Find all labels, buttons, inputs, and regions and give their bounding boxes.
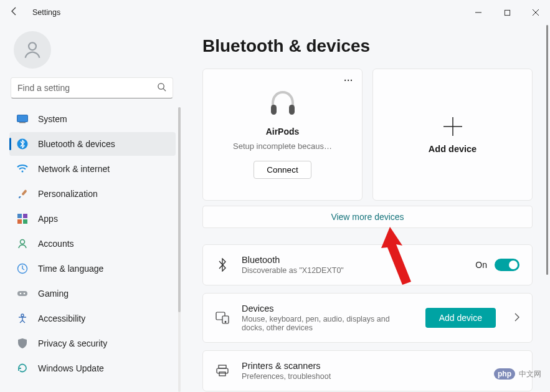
devices-title: Devices	[242, 304, 413, 313]
device-card-status: Setup incomplete becaus…	[233, 141, 332, 151]
bluetooth-row: Bluetooth Discoverable as "X12DEXT0" On	[202, 244, 533, 285]
svg-rect-18	[17, 291, 27, 296]
svg-rect-1	[505, 10, 510, 15]
sidebar-item-personalization[interactable]: Personalization	[9, 182, 176, 206]
plus-icon	[442, 116, 463, 139]
user-row	[0, 31, 184, 77]
arrow-left-icon	[9, 6, 19, 16]
svg-rect-23	[289, 105, 295, 115]
sidebar-item-apps[interactable]: Apps	[9, 207, 176, 231]
sidebar-item-time-language[interactable]: Time & language	[9, 257, 176, 280]
add-device-button[interactable]: Add device	[425, 308, 496, 328]
sidebar-item-gaming[interactable]: Gaming	[9, 282, 176, 305]
search-input-wrap[interactable]	[11, 77, 173, 98]
connect-button[interactable]: Connect	[254, 161, 311, 179]
bluetooth-toggle[interactable]	[495, 259, 519, 271]
svg-rect-29	[219, 365, 226, 368]
minimize-button[interactable]	[464, 0, 493, 25]
svg-point-21	[21, 314, 24, 317]
chevron-right-icon	[514, 313, 519, 323]
svg-rect-12	[17, 214, 22, 218]
sidebar-item-label: System	[38, 114, 67, 124]
close-button[interactable]	[521, 0, 550, 25]
device-card-name: AirPods	[266, 127, 300, 136]
sidebar-item-accounts[interactable]: Accounts	[9, 232, 176, 256]
sidebar-item-label: Gaming	[38, 289, 69, 299]
page-title: Bluetooth & devices	[202, 36, 541, 56]
window-controls	[464, 0, 550, 25]
sidebar-item-label: Time & language	[38, 264, 103, 274]
sidebar-item-label: Accessibility	[38, 313, 85, 323]
content: Bluetooth & devices ··· AirPods Setup in…	[184, 25, 550, 392]
view-more-devices-link[interactable]: View more devices	[202, 206, 533, 228]
printers-title: Printers & scanners	[242, 361, 519, 371]
printer-icon	[216, 364, 229, 378]
svg-point-19	[20, 293, 22, 295]
paintbrush-icon	[17, 188, 28, 199]
device-card-airpods[interactable]: ··· AirPods Setup incomplete becaus… Con…	[202, 69, 363, 201]
maximize-button[interactable]	[493, 0, 521, 25]
sidebar-item-label: Apps	[38, 214, 58, 224]
printers-subtitle: Preferences, troubleshoot	[242, 372, 519, 381]
svg-rect-30	[217, 368, 228, 373]
sidebar-item-label: Network & internet	[38, 164, 110, 174]
bluetooth-title: Bluetooth	[242, 255, 463, 265]
devices-icon	[216, 311, 229, 325]
sidebar: System Bluetooth & devices Network & int…	[0, 25, 184, 392]
sidebar-item-system[interactable]: System	[9, 107, 176, 131]
system-icon	[17, 113, 28, 125]
nav-list: System Bluetooth & devices Network & int…	[9, 107, 176, 392]
printers-row[interactable]: Printers & scanners Preferences, trouble…	[202, 350, 533, 391]
nav-scrollbar[interactable]	[177, 107, 182, 392]
card-more-button[interactable]: ···	[344, 75, 353, 85]
sidebar-item-privacy-security[interactable]: Privacy & security	[9, 332, 176, 355]
headphones-icon	[267, 87, 298, 120]
bluetooth-symbol-icon	[216, 258, 229, 272]
sidebar-item-accessibility[interactable]: Accessibility	[9, 307, 176, 330]
sidebar-item-label: Personalization	[38, 189, 98, 199]
nav-scroll-thumb[interactable]	[178, 107, 181, 312]
content-scrollbar[interactable]	[545, 25, 549, 392]
app-body: System Bluetooth & devices Network & int…	[0, 25, 550, 392]
bluetooth-state-label: On	[475, 260, 487, 270]
svg-rect-14	[17, 219, 22, 224]
svg-line-6	[163, 88, 166, 91]
search-icon	[157, 82, 166, 93]
accounts-icon	[17, 238, 28, 249]
svg-point-20	[24, 293, 26, 295]
shield-icon	[17, 338, 28, 349]
svg-rect-7	[17, 115, 28, 122]
add-device-card[interactable]: Add device	[372, 69, 533, 201]
person-icon	[22, 39, 43, 60]
svg-rect-13	[23, 214, 27, 218]
gaming-icon	[17, 288, 28, 299]
devices-row[interactable]: Devices Mouse, keyboard, pen, audio, dis…	[202, 293, 533, 343]
bluetooth-subtitle: Discoverable as "X12DEXT0"	[242, 266, 463, 275]
svg-point-28	[225, 322, 226, 323]
search-input[interactable]	[17, 83, 152, 93]
content-scroll: ··· AirPods Setup incomplete becaus… Con…	[202, 69, 541, 392]
sidebar-item-label: Accounts	[38, 239, 74, 249]
titlebar: Settings	[0, 0, 550, 25]
sidebar-item-network[interactable]: Network & internet	[9, 157, 176, 181]
nav-scroll: System Bluetooth & devices Network & int…	[0, 107, 184, 392]
bluetooth-icon	[17, 138, 28, 150]
window-title: Settings	[32, 8, 60, 17]
sidebar-item-label: Windows Update	[38, 363, 104, 373]
add-device-label: Add device	[429, 144, 477, 154]
svg-point-5	[158, 84, 164, 89]
back-button[interactable]	[7, 6, 21, 19]
svg-point-10	[22, 171, 24, 173]
sidebar-item-windows-update[interactable]: Windows Update	[9, 356, 176, 380]
sidebar-item-bluetooth-devices[interactable]: Bluetooth & devices	[9, 132, 176, 156]
titlebar-left: Settings	[7, 6, 60, 19]
device-cards-row: ··· AirPods Setup incomplete becaus… Con…	[202, 69, 533, 201]
avatar[interactable]	[14, 31, 51, 69]
svg-point-4	[29, 42, 36, 50]
svg-rect-11	[21, 189, 27, 196]
content-scroll-thumb[interactable]	[546, 25, 548, 275]
sidebar-item-label: Bluetooth & devices	[38, 139, 115, 149]
svg-rect-31	[219, 372, 225, 376]
update-icon	[17, 363, 28, 374]
accessibility-icon	[17, 313, 28, 324]
